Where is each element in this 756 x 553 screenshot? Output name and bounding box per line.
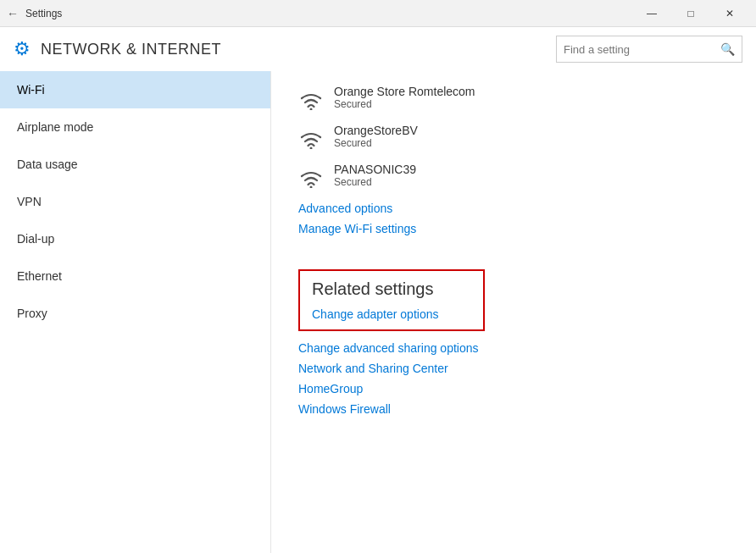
app-container: ⚙ NETWORK & INTERNET 🔍 Wi-Fi Airplane mo… <box>0 27 756 553</box>
header: ⚙ NETWORK & INTERNET 🔍 <box>0 27 756 71</box>
network-item: PANASONIC39 Secured <box>298 163 729 188</box>
header-left: ⚙ NETWORK & INTERNET <box>14 38 221 60</box>
sidebar: Wi-Fi Airplane mode Data usage VPN Dial-… <box>0 71 271 553</box>
network-status: Secured <box>334 176 416 188</box>
titlebar-controls: — □ ✕ <box>632 0 749 27</box>
related-settings-container: Related settings Change adapter options <box>298 252 729 331</box>
titlebar: ← Settings — □ ✕ <box>0 0 756 27</box>
sidebar-item-proxy[interactable]: Proxy <box>0 295 270 332</box>
maximize-button[interactable]: □ <box>671 0 710 27</box>
network-item: OrangeStoreBV Secured <box>298 124 729 149</box>
network-list: Orange Store Romtelecom Secured <box>298 85 729 188</box>
minimize-button[interactable]: — <box>632 0 671 27</box>
titlebar-title: Settings <box>25 8 62 19</box>
sidebar-item-ethernet[interactable]: Ethernet <box>0 257 270 295</box>
wifi-icon <box>298 163 324 188</box>
windows-firewall-link[interactable]: Windows Firewall <box>298 402 729 416</box>
network-name: PANASONIC39 <box>334 163 416 176</box>
gear-icon: ⚙ <box>14 38 31 60</box>
svg-point-2 <box>310 186 313 189</box>
homegroup-link[interactable]: HomeGroup <box>298 382 729 395</box>
network-info: PANASONIC39 Secured <box>334 163 416 188</box>
network-center-link[interactable]: Network and Sharing Center <box>298 362 729 375</box>
network-item: Orange Store Romtelecom Secured <box>298 85 729 110</box>
network-info: OrangeStoreBV Secured <box>334 124 418 149</box>
search-box: 🔍 <box>556 36 742 63</box>
change-sharing-link[interactable]: Change advanced sharing options <box>298 341 729 355</box>
main-panel: Orange Store Romtelecom Secured <box>271 71 756 553</box>
svg-point-0 <box>310 108 313 111</box>
close-button[interactable]: ✕ <box>710 0 749 27</box>
search-input[interactable] <box>564 43 720 56</box>
sidebar-item-vpn[interactable]: VPN <box>0 183 270 220</box>
wifi-icon <box>298 85 324 110</box>
wifi-icon <box>298 124 324 149</box>
search-icon: 🔍 <box>720 42 735 56</box>
network-status: Secured <box>334 137 418 149</box>
network-info: Orange Store Romtelecom Secured <box>334 85 475 110</box>
related-settings-title: Related settings <box>312 279 471 299</box>
network-name: OrangeStoreBV <box>334 124 418 137</box>
sidebar-item-data-usage[interactable]: Data usage <box>0 146 270 183</box>
network-status: Secured <box>334 98 475 110</box>
sidebar-item-dialup[interactable]: Dial-up <box>0 220 270 257</box>
sidebar-item-wifi[interactable]: Wi-Fi <box>0 71 270 108</box>
manage-wifi-link[interactable]: Manage Wi-Fi settings <box>298 222 729 235</box>
advanced-options-link[interactable]: Advanced options <box>298 202 729 215</box>
app-title: NETWORK & INTERNET <box>41 41 221 58</box>
quick-links: Advanced options Manage Wi-Fi settings <box>298 202 729 235</box>
content-area: Wi-Fi Airplane mode Data usage VPN Dial-… <box>0 71 756 553</box>
network-name: Orange Store Romtelecom <box>334 85 475 98</box>
sidebar-item-airplane[interactable]: Airplane mode <box>0 108 270 146</box>
titlebar-left: ← Settings <box>7 7 62 20</box>
related-settings-box: Related settings Change adapter options <box>298 269 485 331</box>
svg-point-1 <box>310 147 313 150</box>
back-icon[interactable]: ← <box>7 7 19 20</box>
change-adapter-link[interactable]: Change adapter options <box>312 307 471 321</box>
